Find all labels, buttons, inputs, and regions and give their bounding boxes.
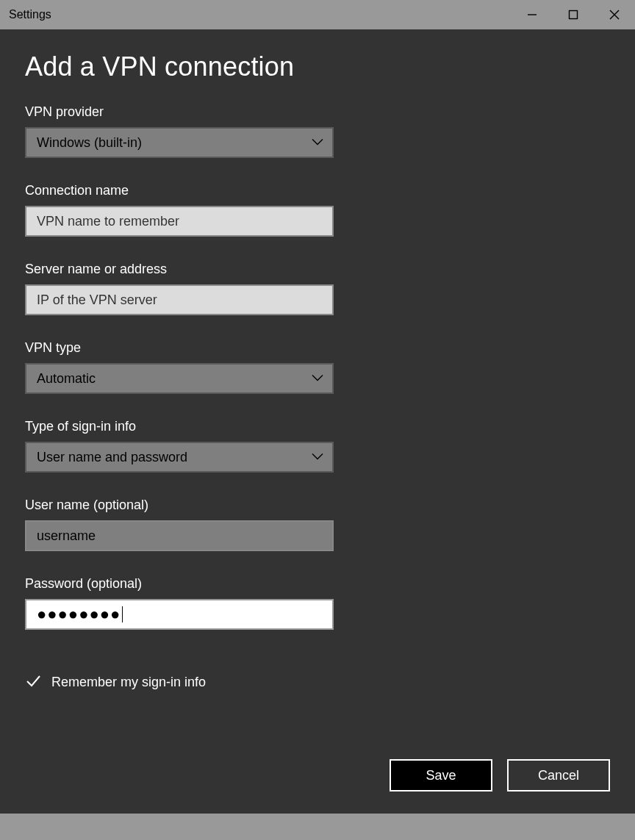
input-connection-name[interactable]: VPN name to remember (25, 206, 334, 237)
check-icon (25, 672, 41, 692)
maximize-button[interactable] (553, 0, 594, 29)
label-username: User name (optional) (25, 498, 334, 513)
close-button[interactable] (594, 0, 635, 29)
select-vpn-provider[interactable]: Windows (built-in) (25, 127, 334, 158)
field-server: Server name or address IP of the VPN ser… (25, 262, 334, 315)
label-vpn-type: VPN type (25, 340, 334, 356)
input-server[interactable]: IP of the VPN server (25, 284, 334, 315)
select-signin-type-value: User name and password (37, 450, 187, 465)
select-vpn-provider-value: Windows (built-in) (37, 135, 142, 151)
field-vpn-type: VPN type Automatic (25, 340, 334, 394)
bottom-bar (0, 814, 635, 840)
cancel-button[interactable]: Cancel (507, 759, 610, 791)
close-icon (609, 10, 620, 20)
input-username-value: username (37, 528, 96, 544)
label-connection-name: Connection name (25, 183, 334, 198)
label-signin-type: Type of sign-in info (25, 419, 334, 434)
window-title: Settings (9, 8, 51, 21)
minimize-icon (527, 10, 537, 20)
save-button[interactable]: Save (390, 759, 492, 791)
label-password: Password (optional) (25, 576, 334, 592)
select-vpn-type-value: Automatic (37, 371, 96, 387)
cancel-button-label: Cancel (538, 768, 579, 783)
chevron-down-icon (312, 134, 323, 149)
field-password: Password (optional) ●●●●●●●● (25, 576, 334, 630)
checkbox-remember-label: Remember my sign-in info (51, 675, 206, 690)
input-password[interactable]: ●●●●●●●● (25, 599, 334, 630)
chevron-down-icon (312, 370, 323, 385)
minimize-button[interactable] (512, 0, 553, 29)
input-username[interactable]: username (25, 520, 334, 551)
chevron-down-icon (312, 448, 323, 464)
svg-rect-1 (570, 11, 578, 19)
label-vpn-provider: VPN provider (25, 104, 334, 120)
input-server-value: IP of the VPN server (37, 292, 157, 308)
title-bar: Settings (0, 0, 635, 29)
field-username: User name (optional) username (25, 498, 334, 551)
label-server: Server name or address (25, 262, 334, 277)
button-row: Save Cancel (25, 759, 610, 814)
field-connection-name: Connection name VPN name to remember (25, 183, 334, 237)
checkbox-remember[interactable]: Remember my sign-in info (25, 672, 610, 692)
select-vpn-type[interactable]: Automatic (25, 363, 334, 394)
field-vpn-provider: VPN provider Windows (built-in) (25, 104, 334, 158)
input-connection-name-value: VPN name to remember (37, 214, 179, 229)
page-title: Add a VPN connection (25, 51, 610, 82)
field-signin-type: Type of sign-in info User name and passw… (25, 419, 334, 473)
maximize-icon (568, 10, 578, 20)
input-password-value: ●●●●●●●● (37, 606, 121, 622)
save-button-label: Save (426, 768, 456, 783)
content-area: Add a VPN connection VPN provider Window… (0, 29, 635, 814)
text-caret (122, 606, 123, 622)
select-signin-type[interactable]: User name and password (25, 442, 334, 473)
